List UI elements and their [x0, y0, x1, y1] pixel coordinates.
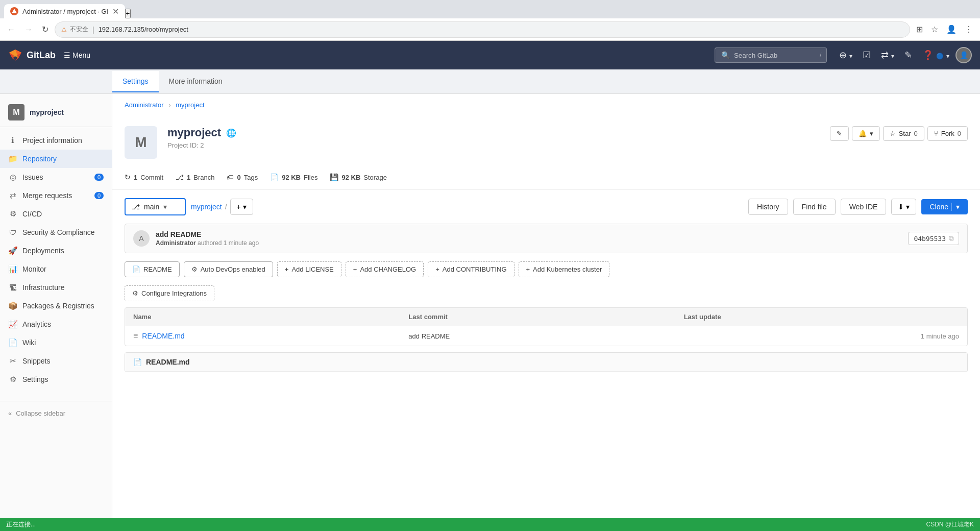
header-icon-group: ⊕ ▾ ☑ ⇄ ▾ ✎ ❓ 🔵 ▾ 👤 [835, 47, 972, 63]
pencil-icon: ✎ [904, 50, 912, 60]
add-changelog-button[interactable]: + Add CHANGELOG [346, 261, 424, 277]
sidebar-item-packages-registries[interactable]: 📦 Packages & Registries [0, 297, 112, 315]
sidebar-item-monitor[interactable]: 📊 Monitor [0, 260, 112, 278]
search-input[interactable] [734, 52, 816, 59]
repo-project-link[interactable]: myproject [191, 203, 222, 211]
header-menu-button[interactable]: ☰ Menu [64, 51, 90, 59]
add-file-button[interactable]: + ▾ [230, 199, 253, 215]
clone-button[interactable]: Clone ▾ [921, 199, 968, 214]
breadcrumb-myproject[interactable]: myproject [176, 101, 204, 109]
help-button[interactable]: ❓ 🔵 ▾ [918, 47, 953, 63]
collapse-sidebar-button[interactable]: « Collapse sidebar [0, 401, 112, 425]
fork-button[interactable]: ⑂ Fork 0 [927, 126, 968, 141]
browser-tab[interactable]: Administrator / myproject · Gi ✕ [4, 4, 125, 18]
files-label: Files [304, 174, 317, 181]
add-license-button[interactable]: + Add LICENSE [277, 261, 341, 277]
commit-meta: Administrator authored 1 minute ago [156, 239, 902, 247]
tab-more-information[interactable]: More information [159, 71, 233, 92]
sidebar-item-cicd[interactable]: ⚙ CI/CD [0, 205, 112, 223]
sidebar-item-issues[interactable]: ◎ Issues 0 [0, 168, 112, 186]
file-name-cell[interactable]: ≡ README.md [133, 331, 408, 341]
branch-chevron-icon: ▾ [163, 203, 167, 211]
help-chevron: ▾ [946, 53, 949, 60]
address-bar[interactable]: ⚠ 不安全 | [55, 21, 910, 38]
tab-favicon [10, 7, 18, 15]
sidebar-item-infrastructure[interactable]: 🏗 Infrastructure [0, 278, 112, 297]
file-table-header: Name Last commit Last update [125, 308, 967, 326]
star-button[interactable]: ☆ Star 0 [883, 126, 924, 141]
close-tab-button[interactable]: ✕ [112, 7, 119, 16]
stat-branches[interactable]: ⎇ 1 Branch [176, 173, 214, 181]
readme-title: README.md [146, 358, 190, 366]
auto-devops-button[interactable]: ⚙ Auto DevOps enabled [184, 261, 273, 277]
bookmark-button[interactable]: ☆ [928, 22, 941, 36]
project-info-block: myproject 🌐 Project ID: 2 [167, 126, 820, 149]
sidebar-item-snippets[interactable]: ✂ Snippets [0, 352, 112, 370]
sidebar-item-deployments[interactable]: 🚀 Deployments [0, 242, 112, 260]
gitlab-header: GitLab ☰ Menu 🔍 / ⊕ ▾ ☑ ⇄ ▾ ✎ [0, 41, 980, 69]
download-icon: ⬇ [898, 203, 904, 211]
security-icon: ⚠ [61, 26, 67, 33]
commit-message[interactable]: add README [156, 230, 902, 238]
copy-hash-icon[interactable]: ⧉ [949, 234, 953, 243]
sidebar-item-settings[interactable]: ⚙ Settings [0, 370, 112, 389]
col-last-update: Last update [684, 313, 959, 321]
author-initial: A [139, 234, 143, 243]
readme-button[interactable]: 📄 README [125, 261, 180, 277]
checkbox-icon: ☑ [863, 50, 871, 60]
commits-label: Commit [140, 174, 163, 181]
url-input[interactable] [99, 26, 903, 33]
notification-button[interactable]: 🔔 ▾ [852, 126, 880, 141]
find-file-button[interactable]: Find file [793, 199, 836, 215]
help-badge: 🔵 [936, 53, 944, 60]
stat-files[interactable]: 📄 92 KB Files [270, 173, 317, 181]
branch-selector[interactable]: ⎇ main ▾ [125, 198, 186, 215]
commit-hash[interactable]: 04b95533 ⧉ [908, 232, 959, 245]
repo-path-separator: / [225, 203, 227, 211]
user-avatar[interactable]: 👤 [955, 47, 972, 63]
todos-button[interactable]: ☑ [859, 47, 875, 63]
forward-button[interactable]: → [21, 23, 36, 36]
svg-marker-0 [12, 9, 17, 13]
deployments-icon: 🚀 [8, 246, 17, 255]
reload-button[interactable]: ↻ [39, 22, 52, 36]
gitlab-logo[interactable]: GitLab [8, 48, 56, 62]
sidebar-item-project-information[interactable]: ℹ Project information [0, 131, 112, 150]
back-button[interactable]: ← [4, 23, 18, 36]
sidebar-item-wiki[interactable]: 📄 Wiki [0, 333, 112, 352]
gitlab-wordmark: GitLab [27, 50, 56, 61]
add-kubernetes-button[interactable]: + Add Kubernetes cluster [519, 261, 610, 277]
plus-icon: ⊕ [839, 50, 847, 60]
breadcrumb-separator: › [168, 101, 170, 109]
download-button[interactable]: ⬇ ▾ [891, 199, 916, 215]
merge-requests-button[interactable]: ⇄ ▾ [877, 47, 898, 63]
project-avatar: M [125, 126, 157, 159]
history-button[interactable]: History [748, 199, 788, 215]
translate-button[interactable]: ⊞ [913, 22, 926, 36]
sidebar-item-repository[interactable]: 📁 Repository [0, 150, 112, 168]
analytics-icon: 📈 [8, 320, 17, 329]
sidebar-project-header[interactable]: M myproject [0, 98, 112, 127]
tab-settings[interactable]: Settings [112, 71, 159, 92]
web-ide-button[interactable]: Web IDE [841, 199, 887, 215]
menu-button[interactable]: ⋮ [962, 22, 976, 36]
file-link[interactable]: README.md [142, 332, 184, 340]
stat-tags[interactable]: 🏷 0 Tags [227, 173, 258, 181]
add-contributing-button[interactable]: + Add CONTRIBUTING [428, 261, 514, 277]
breadcrumb-administrator[interactable]: Administrator [125, 101, 164, 109]
edit-project-button[interactable]: ✎ [830, 126, 849, 141]
add-chevron-icon: ▾ [243, 203, 247, 211]
profile-button[interactable]: 👤 [943, 22, 960, 36]
new-tab-button[interactable]: + [125, 9, 131, 18]
sidebar-item-analytics[interactable]: 📈 Analytics [0, 315, 112, 333]
sidebar-item-merge-requests[interactable]: ⇄ Merge requests 0 [0, 186, 112, 205]
stat-storage[interactable]: 💾 92 KB Storage [330, 173, 386, 181]
project-name: myproject [167, 126, 221, 139]
configure-integrations-button[interactable]: ⚙ Configure Integrations [125, 285, 214, 301]
edit-button[interactable]: ✎ [900, 47, 916, 63]
sidebar-item-security-compliance[interactable]: 🛡 Security & Compliance [0, 223, 112, 242]
file-table: Name Last commit Last update ≡ README.md… [125, 307, 968, 346]
global-search[interactable]: 🔍 / [715, 47, 827, 63]
stat-commits[interactable]: ↻ 1 Commit [125, 173, 163, 181]
create-button[interactable]: ⊕ ▾ [835, 47, 856, 63]
